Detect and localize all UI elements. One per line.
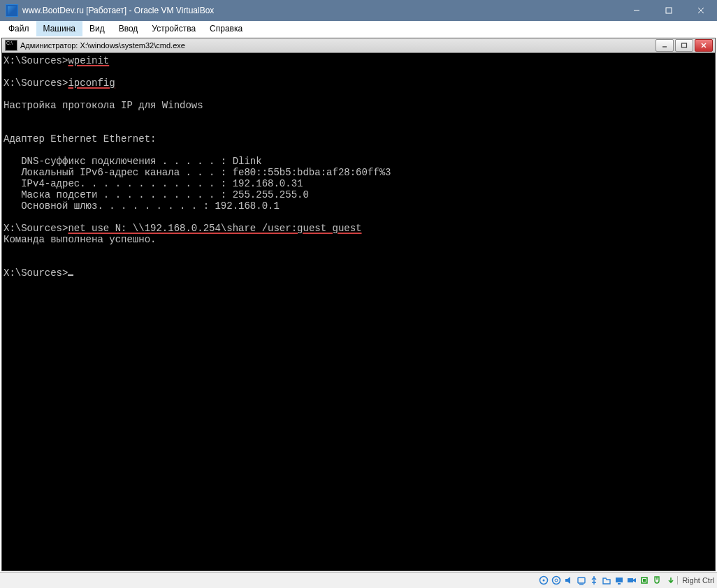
menu-input[interactable]: Ввод xyxy=(112,21,145,36)
shared-folder-icon[interactable] xyxy=(601,575,612,586)
usb-icon[interactable] xyxy=(588,575,600,586)
audio-icon[interactable] xyxy=(563,575,574,586)
maximize-button[interactable] xyxy=(653,0,685,21)
cursor-icon xyxy=(68,274,73,276)
prompt: X:\Sources> xyxy=(3,55,68,66)
cmd-maximize-button[interactable] xyxy=(675,39,693,52)
recording-icon[interactable] xyxy=(626,575,637,586)
ipconfig-ipv4: IPv4-адрес. . . . . . . . . . . . : 192.… xyxy=(3,178,303,189)
prompt: X:\Sources> xyxy=(3,223,68,234)
optical-disk-icon[interactable] xyxy=(551,575,562,586)
cmd-close-button[interactable] xyxy=(695,39,713,52)
svg-point-9 xyxy=(543,580,545,582)
menubar: Файл Машина Вид Ввод Устройства Справка xyxy=(0,21,717,36)
minimize-button[interactable] xyxy=(621,0,653,21)
virtualization-cpu-icon[interactable] xyxy=(639,575,650,586)
virtualbox-window: www.BootDev.ru [Работает] - Oracle VM Vi… xyxy=(0,0,717,588)
virtualbox-icon xyxy=(6,4,18,17)
statusbar: Right Ctrl xyxy=(0,572,717,588)
cmd-net-use-result: Команда выполнена успешно. xyxy=(3,234,156,245)
svg-rect-1 xyxy=(666,8,672,13)
cmd-net-use: net use N: \\192.168.0.254\share /user:g… xyxy=(68,223,361,234)
outer-titlebar: www.BootDev.ru [Работает] - Oracle VM Vi… xyxy=(0,0,717,21)
menu-devices[interactable]: Устройства xyxy=(145,21,203,36)
network-icon[interactable] xyxy=(576,575,587,586)
ipconfig-ipv6: Локальный IPv6-адрес канала . . . : fe80… xyxy=(3,167,391,178)
ipconfig-mask: Маска подсети . . . . . . . . . . : 255.… xyxy=(3,189,309,200)
cmd-window: Администратор: X:\windows\system32\cmd.e… xyxy=(1,38,716,571)
ipconfig-adapter: Адаптер Ethernet Ethernet: xyxy=(3,133,156,145)
prompt: X:\Sources> xyxy=(3,267,68,279)
cmd-minimize-button[interactable] xyxy=(656,39,674,52)
menu-file[interactable]: Файл xyxy=(1,21,36,36)
cmd-icon xyxy=(5,40,17,51)
hostkey-label: Right Ctrl xyxy=(677,576,714,585)
svg-rect-12 xyxy=(578,578,585,583)
svg-rect-14 xyxy=(616,578,623,582)
prompt: X:\Sources> xyxy=(3,78,68,89)
display-icon[interactable] xyxy=(614,575,625,586)
svg-point-10 xyxy=(553,577,560,585)
svg-rect-5 xyxy=(682,43,687,47)
cmd-wpeinit: wpeinit xyxy=(68,55,109,66)
svg-rect-15 xyxy=(618,583,621,585)
cmd-window-title: Администратор: X:\windows\system32\cmd.e… xyxy=(20,41,656,50)
cmd-titlebar: Администратор: X:\windows\system32\cmd.e… xyxy=(2,38,715,53)
mouse-integration-icon[interactable] xyxy=(651,575,662,586)
cmd-ipconfig: ipconfig xyxy=(68,78,115,89)
close-button[interactable] xyxy=(685,0,717,21)
svg-point-11 xyxy=(555,579,558,582)
ipconfig-gw: Основной шлюз. . . . . . . . . : 192.168… xyxy=(3,200,280,212)
menu-help[interactable]: Справка xyxy=(203,21,249,36)
ipconfig-header: Настройка протокола IP для Windows xyxy=(3,100,203,111)
arrow-down-icon xyxy=(667,576,675,585)
svg-rect-16 xyxy=(628,578,633,582)
outer-window-title: www.BootDev.ru [Работает] - Oracle VM Vi… xyxy=(22,6,621,15)
svg-rect-18 xyxy=(643,579,646,582)
ipconfig-dns: DNS-суффикс подключения . . . . . : Dlin… xyxy=(3,156,262,167)
hostkey-indicator[interactable]: Right Ctrl xyxy=(667,576,714,585)
cmd-terminal[interactable]: X:\Sources>wpeinit X:\Sources>ipconfig Н… xyxy=(2,53,715,571)
menu-view[interactable]: Вид xyxy=(82,21,112,36)
menu-machine[interactable]: Машина xyxy=(36,21,82,36)
hard-disk-icon[interactable] xyxy=(538,575,549,586)
